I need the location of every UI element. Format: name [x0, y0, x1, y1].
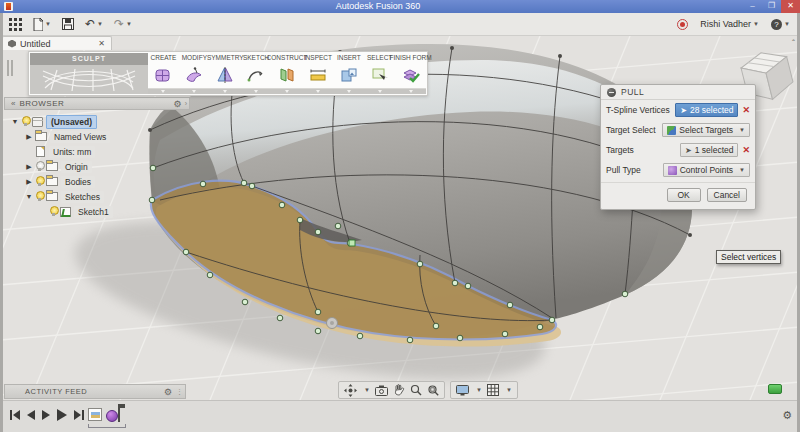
- zoom-icon[interactable]: [410, 384, 422, 396]
- live-update-status-icon[interactable]: [677, 19, 688, 30]
- toolbar-group-insert[interactable]: INSERT: [333, 53, 364, 94]
- undo-icon[interactable]: ↶▼: [85, 18, 103, 30]
- minimize-button[interactable]: –: [743, 0, 762, 13]
- expand-arrow-icon[interactable]: ▶: [24, 133, 34, 141]
- modify-dropdown[interactable]: [179, 88, 210, 94]
- tree-row-root[interactable]: ▼ (Unsaved): [4, 114, 190, 129]
- toolbar-drag-handle[interactable]: [7, 60, 13, 76]
- pull-type-dropdown[interactable]: Control Points ▼: [663, 163, 750, 177]
- expand-arrow-icon[interactable]: ▶: [24, 163, 34, 171]
- skip-to-start-icon[interactable]: [10, 410, 20, 420]
- toolbar-group-construct[interactable]: CONSTRUCT: [272, 53, 303, 94]
- toolbar-collapse-chevron[interactable]: ˆ: [792, 38, 795, 48]
- tree-row-origin[interactable]: ▶ Origin: [4, 159, 190, 174]
- grid-settings-dropdown-icon[interactable]: ▼: [506, 387, 512, 393]
- ok-button[interactable]: OK: [667, 188, 701, 202]
- insert-dropdown[interactable]: [333, 88, 364, 94]
- select-cursor-icon: [371, 62, 389, 88]
- expand-arrow-icon[interactable]: ▶: [24, 178, 34, 186]
- expand-arrow-icon[interactable]: ▼: [24, 193, 34, 200]
- browser-more-icon[interactable]: ›: [185, 100, 187, 107]
- select-cursor-icon: ➤: [685, 146, 692, 155]
- finish-form-dropdown[interactable]: [395, 88, 426, 94]
- close-button[interactable]: ✕: [781, 0, 800, 13]
- save-icon[interactable]: [62, 18, 74, 30]
- toolbar-group-symmetry[interactable]: SYMMETRY: [210, 53, 241, 94]
- visibility-bulb-icon[interactable]: [35, 161, 44, 172]
- timeline-group-bracket: [88, 424, 126, 428]
- browser-gear-icon[interactable]: ⚙: [174, 99, 182, 109]
- step-back-icon[interactable]: [27, 410, 35, 420]
- toolbar-group-finish-form[interactable]: FINISH FORM: [395, 53, 426, 94]
- visibility-bulb-icon[interactable]: [49, 206, 58, 217]
- tree-row-sketches[interactable]: ▼ Sketches: [4, 189, 190, 204]
- help-menu[interactable]: ? ▼: [771, 19, 790, 30]
- construct-dropdown[interactable]: [272, 88, 303, 94]
- create-dropdown[interactable]: [148, 88, 179, 94]
- skip-to-end-icon[interactable]: [74, 410, 84, 420]
- step-forward-icon[interactable]: [42, 410, 50, 420]
- pull-dialog: PULL T-Spline Vertices ➤ 28 selected ✕ T…: [600, 84, 756, 210]
- toolbar-group-create[interactable]: CREATE: [148, 53, 179, 94]
- visibility-bulb-icon[interactable]: [35, 191, 44, 202]
- document-tab[interactable]: Untitled ✕: [2, 36, 112, 50]
- display-settings-icon[interactable]: [456, 385, 469, 396]
- status-badge[interactable]: [768, 384, 782, 394]
- tab-close-icon[interactable]: ✕: [98, 39, 105, 48]
- inspect-dropdown[interactable]: [302, 88, 333, 94]
- tree-label-unsaved[interactable]: (Unsaved): [46, 115, 97, 129]
- tree-label-sketches[interactable]: Sketches: [61, 191, 104, 203]
- tree-row-named-views[interactable]: ▶ Named Views: [4, 129, 190, 144]
- clear-selection-icon[interactable]: ✕: [742, 145, 750, 155]
- orbit-dropdown-icon[interactable]: ▼: [364, 387, 370, 393]
- file-menu-icon[interactable]: ▼: [33, 18, 51, 31]
- browser-collapse-icon[interactable]: «: [11, 99, 15, 108]
- activity-feed-scroll-icon[interactable]: ⋮: [176, 388, 183, 396]
- tree-row-units[interactable]: Units: mm: [4, 144, 190, 159]
- timeline-settings-gear-icon[interactable]: ⚙: [782, 409, 792, 422]
- targets-selection[interactable]: ➤ 1 selected: [680, 143, 738, 157]
- sketch-label: SKETCH: [243, 54, 269, 62]
- toolbar-group-modify[interactable]: MODIFY: [179, 53, 210, 94]
- activity-feed-gear-icon[interactable]: ⚙: [164, 387, 172, 397]
- pull-dialog-title: PULL: [621, 87, 644, 97]
- row-tspline-vertices: T-Spline Vertices ➤ 28 selected ✕: [601, 100, 755, 120]
- display-settings-dropdown-icon[interactable]: ▼: [476, 387, 482, 393]
- visibility-bulb-icon[interactable]: [35, 176, 44, 187]
- fusion-logo-icon: [4, 2, 13, 11]
- cancel-button[interactable]: Cancel: [707, 188, 747, 202]
- redo-icon[interactable]: ↷▼: [114, 18, 132, 30]
- symmetry-dropdown[interactable]: [210, 88, 241, 94]
- tree-label-bodies[interactable]: Bodies: [61, 176, 95, 188]
- play-icon[interactable]: [57, 409, 67, 421]
- zoom-window-icon[interactable]: [427, 384, 439, 396]
- activity-feed-bar[interactable]: ACTIVITY FEED ⚙ ⋮: [4, 384, 186, 399]
- clear-selection-icon[interactable]: ✕: [742, 105, 750, 115]
- tspline-vertices-selection[interactable]: ➤ 28 selected: [675, 103, 738, 117]
- tree-label-sketch1[interactable]: Sketch1: [74, 206, 113, 218]
- pull-dialog-header[interactable]: PULL: [601, 85, 755, 100]
- timeline-position-marker[interactable]: [106, 407, 126, 425]
- tree-label-units[interactable]: Units: mm: [49, 146, 95, 158]
- toolbar-group-inspect[interactable]: INSPECT: [302, 53, 333, 94]
- user-account-menu[interactable]: Rishi Vadher ▼: [700, 20, 759, 29]
- browser-header[interactable]: « BROWSER ⚙ ›: [4, 97, 190, 110]
- maximize-button[interactable]: ❐: [762, 0, 781, 13]
- orbit-icon[interactable]: [344, 384, 357, 397]
- select-dropdown[interactable]: [364, 88, 395, 94]
- look-at-icon[interactable]: [375, 385, 388, 396]
- sketch-dropdown[interactable]: [241, 88, 272, 94]
- expand-arrow-icon[interactable]: ▼: [10, 118, 20, 125]
- toolbar-tab-sculpt[interactable]: SCULPT: [30, 53, 148, 94]
- visibility-bulb-icon[interactable]: [21, 116, 30, 127]
- browser-panel: « BROWSER ⚙ › ▼ (Unsaved) ▶ Named Views …: [4, 97, 190, 219]
- app-launcher-grid-icon[interactable]: [9, 18, 22, 31]
- tree-row-bodies[interactable]: ▶ Bodies: [4, 174, 190, 189]
- timeline-canvas-feature-icon[interactable]: [88, 408, 102, 421]
- tree-row-sketch1[interactable]: Sketch1: [4, 204, 190, 219]
- tree-label-origin[interactable]: Origin: [61, 161, 92, 173]
- target-select-dropdown[interactable]: Select Targets ▼: [662, 123, 750, 137]
- grid-settings-icon[interactable]: [487, 384, 499, 396]
- pan-icon[interactable]: [393, 384, 405, 396]
- tree-label-named-views[interactable]: Named Views: [50, 131, 110, 143]
